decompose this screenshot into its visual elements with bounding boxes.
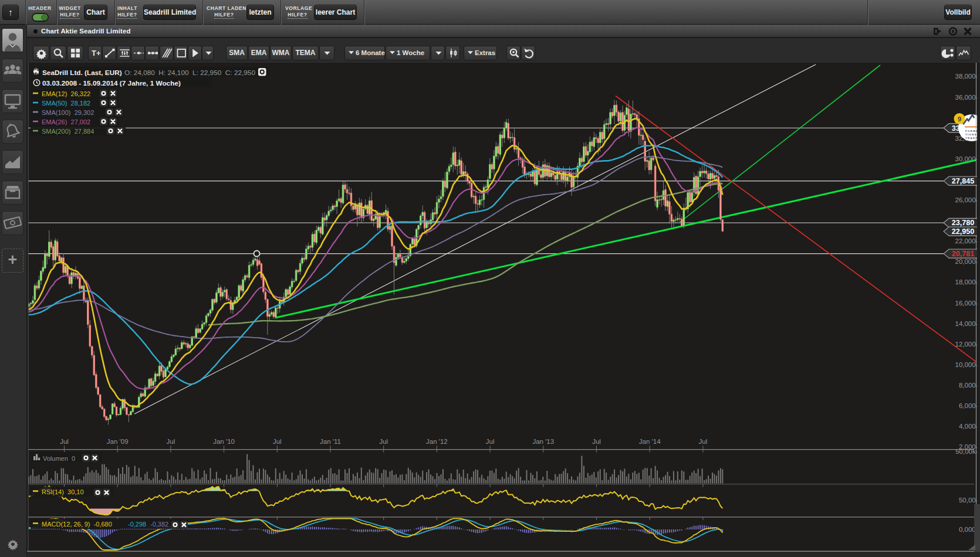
svg-text:Jul: Jul — [486, 438, 495, 445]
svg-text:8,000-: 8,000- — [959, 382, 978, 389]
svg-text:18,000-: 18,000- — [955, 278, 978, 286]
svg-text:Jul: Jul — [699, 438, 708, 445]
svg-text:38,000-: 38,000- — [955, 73, 978, 80]
svg-text:4,000-: 4,000- — [959, 423, 978, 430]
svg-text:Volumen 0: Volumen 0 — [43, 455, 75, 462]
svg-text:16,000-: 16,000- — [955, 300, 978, 307]
svg-text:SMA(50) 28,182: SMA(50) 28,182 — [42, 100, 90, 107]
svg-text:Jan '09: Jan '09 — [107, 438, 129, 445]
svg-text:22,000-: 22,000- — [955, 237, 978, 244]
svg-text:Jul: Jul — [60, 438, 69, 445]
svg-text:FORMA: FORMA — [965, 130, 979, 133]
svg-text:23,780: 23,780 — [952, 219, 975, 227]
svg-text:SMA(100) 29,302: SMA(100) 29,302 — [42, 109, 94, 116]
svg-text:TIONS: TIONS — [965, 133, 977, 136]
svg-text:27,845: 27,845 — [952, 177, 975, 185]
svg-text:Jan '11: Jan '11 — [320, 438, 341, 445]
svg-text:12,000-: 12,000- — [955, 341, 978, 348]
svg-text:20,000-: 20,000- — [955, 258, 978, 265]
svg-text:10,000-: 10,000- — [955, 361, 978, 368]
svg-text:36,000-: 36,000- — [955, 94, 978, 101]
svg-text:MACD(12, 26, 9) -0,680: MACD(12, 26, 9) -0,680 — [42, 521, 112, 528]
svg-text:RSI(14) 30,10: RSI(14) 30,10 — [42, 488, 84, 495]
svg-text:Jan '14: Jan '14 — [639, 438, 661, 445]
svg-text:Jul: Jul — [273, 438, 282, 445]
svg-text:50,00k-: 50,00k- — [955, 448, 978, 455]
svg-text:22,950: 22,950 — [952, 227, 975, 236]
svg-text:14,000-: 14,000- — [955, 320, 978, 327]
svg-text:Jan '13: Jan '13 — [532, 438, 554, 445]
svg-text:SeaDrill Ltd. (Last, EUR): SeaDrill Ltd. (Last, EUR) — [42, 69, 122, 77]
svg-text:Jul: Jul — [379, 438, 388, 445]
svg-text:50,00-: 50,00- — [959, 497, 978, 504]
svg-text:-0,382: -0,382 — [150, 521, 168, 528]
svg-text:Jan '12: Jan '12 — [426, 438, 448, 445]
svg-text:T+: T+ — [92, 49, 101, 57]
svg-text:9: 9 — [958, 116, 961, 123]
svg-text:20,781: 20,781 — [952, 250, 975, 258]
svg-text:EMA(12) 26,322: EMA(12) 26,322 — [42, 90, 90, 97]
svg-text:03.03.2008 - 15.09.2014 (7 Jah: 03.03.2008 - 15.09.2014 (7 Jahre, 1 Woch… — [42, 79, 181, 87]
svg-text:Jan '10: Jan '10 — [213, 438, 235, 445]
svg-text:Jul: Jul — [167, 438, 175, 445]
svg-text:26,000-: 26,000- — [955, 196, 978, 203]
svg-text:6,000-: 6,000- — [959, 402, 978, 409]
svg-text:EMA(26) 27,002: EMA(26) 27,002 — [42, 118, 90, 125]
svg-text:-0,298: -0,298 — [128, 521, 146, 528]
svg-text:SMA(200) 27,884: SMA(200) 27,884 — [42, 128, 94, 135]
svg-text:O: 24,080 H: 24,100 L: 22,95: O: 24,080 H: 24,100 L: 22,950 C: 22,950 — [124, 69, 255, 77]
svg-text:Jul: Jul — [592, 438, 601, 445]
